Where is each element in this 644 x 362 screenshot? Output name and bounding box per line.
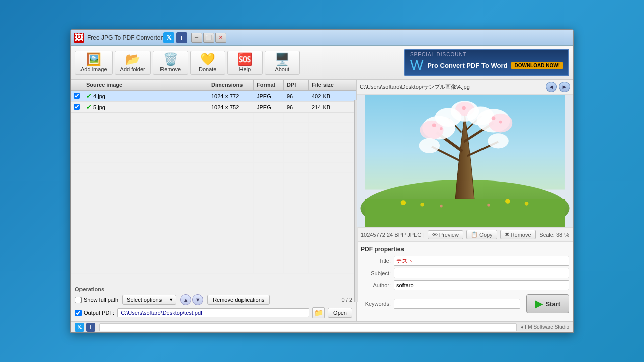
browse-folder-button[interactable]: 📁 bbox=[312, 307, 325, 318]
preview-path-bar: C:\Users\softaro\Desktop\サンプル画像\4.jpg ◄ … bbox=[357, 80, 573, 95]
empty-row bbox=[71, 133, 356, 143]
row-filesize: 214 KB bbox=[309, 103, 344, 112]
copy-icon: 📋 bbox=[471, 231, 478, 238]
move-down-button[interactable]: ▼ bbox=[192, 294, 203, 305]
author-prop-input[interactable] bbox=[394, 280, 569, 290]
help-button[interactable]: 🆘 Help bbox=[227, 51, 263, 75]
empty-row bbox=[71, 153, 356, 163]
remove-duplications-button[interactable]: Remove duplications bbox=[207, 295, 270, 305]
svg-point-28 bbox=[440, 205, 443, 208]
start-label: Start bbox=[545, 300, 560, 308]
ad-special-text: Special discount bbox=[410, 52, 467, 57]
author-prop-row: Author: bbox=[361, 280, 569, 290]
toolbar: 🖼️ Add image 📂 Add folder 🗑️ Remove 💛 Do… bbox=[71, 46, 573, 80]
col-dpi: DPI bbox=[284, 80, 309, 90]
subject-prop-input[interactable] bbox=[394, 268, 569, 278]
add-image-button[interactable]: 🖼️ Add image bbox=[75, 51, 113, 75]
ad-main-area: W Pro Convert PDF To Word DOWNLOAD NOW! bbox=[410, 57, 563, 73]
help-label: Help bbox=[239, 66, 251, 72]
preview-path-text: C:\Users\softaro\Desktop\サンプル画像\4.jpg bbox=[360, 83, 544, 91]
svg-point-21 bbox=[492, 116, 496, 120]
ad-word-icon: W bbox=[410, 57, 423, 73]
title-prop-input[interactable] bbox=[394, 256, 569, 266]
select-options-button[interactable]: Select options ▼ bbox=[122, 295, 176, 305]
col-source: Source image bbox=[83, 80, 208, 90]
svg-point-24 bbox=[401, 200, 406, 205]
facebook-status-button[interactable]: f bbox=[86, 323, 95, 332]
show-path-checkbox[interactable] bbox=[75, 297, 82, 303]
row-dimensions: 1024 × 752 bbox=[208, 103, 254, 112]
image-info-bar: 10245772 24 BPP JPEG | 👁 Preview 📋 Copy … bbox=[357, 227, 573, 242]
output-path-display[interactable]: C:\Users\softaro\Desktop\test.pdf bbox=[117, 308, 309, 317]
twitter-button[interactable]: 𝕏 bbox=[163, 32, 174, 43]
copy-button[interactable]: 📋 Copy bbox=[466, 230, 497, 239]
main-area: Source image Dimensions Format DPI File … bbox=[71, 80, 573, 321]
facebook-button[interactable]: f bbox=[176, 32, 187, 43]
subject-prop-label: Subject: bbox=[361, 270, 391, 276]
start-button[interactable]: ▶ Start bbox=[526, 294, 569, 313]
preview-button[interactable]: 👁 Preview bbox=[428, 230, 463, 239]
preview-image-svg bbox=[357, 95, 573, 227]
row-dpi: 96 bbox=[284, 92, 309, 101]
svg-point-23 bbox=[462, 106, 466, 110]
open-button[interactable]: Open bbox=[328, 308, 352, 318]
empty-row bbox=[71, 263, 356, 274]
select-options-label: Select options bbox=[123, 295, 166, 304]
table-row[interactable]: ✔ 5.jpg 1024 × 752 JPEG 96 214 KB bbox=[71, 102, 356, 113]
ad-banner[interactable]: Special discount W Pro Convert PDF To Wo… bbox=[404, 49, 569, 76]
show-path-checkbox-label[interactable]: Show full path bbox=[75, 297, 118, 303]
ad-download-label: DOWNLOAD NOW! bbox=[511, 62, 563, 69]
svg-point-27 bbox=[525, 202, 529, 206]
svg-point-18 bbox=[488, 133, 508, 148]
select-options-arrow-icon[interactable]: ▼ bbox=[166, 296, 176, 304]
status-bar: 𝕏 f ♦ FM Software Studio bbox=[71, 321, 573, 332]
close-button[interactable]: ✕ bbox=[215, 33, 226, 43]
show-path-label: Show full path bbox=[84, 297, 118, 303]
minimize-button[interactable]: ─ bbox=[191, 33, 202, 43]
remove-button[interactable]: 🗑️ Remove bbox=[153, 51, 188, 75]
about-button[interactable]: 🖥️ About bbox=[265, 51, 300, 75]
col-dimensions: Dimensions bbox=[208, 80, 254, 90]
row-format: JPEG bbox=[254, 92, 284, 101]
output-pdf-checkbox[interactable] bbox=[75, 310, 82, 316]
maximize-button[interactable]: ⬜ bbox=[203, 33, 214, 43]
empty-row bbox=[71, 223, 356, 233]
keywords-prop-input[interactable] bbox=[394, 299, 520, 309]
navigation-buttons: ▲ ▼ bbox=[180, 294, 203, 305]
row-dpi: 96 bbox=[284, 103, 309, 112]
title-socials: 𝕏 f bbox=[163, 32, 187, 43]
donate-icon: 💛 bbox=[200, 53, 215, 65]
preview-label: Preview bbox=[439, 232, 459, 238]
fm-credit: ♦ FM Software Studio bbox=[521, 324, 569, 330]
table-row[interactable]: ✔ 4.jpg 1024 × 772 JPEG 96 402 KB bbox=[71, 90, 356, 102]
empty-row bbox=[71, 253, 356, 263]
keywords-prop-label: Keywords: bbox=[361, 301, 391, 307]
operations-row1: Show full path Select options ▼ ▲ ▼ Remo… bbox=[75, 294, 352, 305]
operations-row2: Output PDF: C:\Users\softaro\Desktop\tes… bbox=[75, 307, 352, 318]
file-count-label: 0 / 2 bbox=[342, 297, 352, 303]
right-panel: C:\Users\softaro\Desktop\サンプル画像\4.jpg ◄ … bbox=[357, 80, 573, 321]
row-checkbox[interactable] bbox=[71, 91, 83, 101]
prev-image-button[interactable]: ◄ bbox=[546, 82, 557, 92]
row-format: JPEG bbox=[254, 103, 284, 112]
add-folder-button[interactable]: 📂 Add folder bbox=[115, 51, 151, 75]
add-image-label: Add image bbox=[80, 66, 107, 72]
operations-title: Operations bbox=[75, 286, 352, 292]
window-controls: ─ ⬜ ✕ bbox=[191, 33, 226, 43]
ad-main-label: Pro Convert PDF To Word bbox=[427, 62, 507, 69]
subject-prop-row: Subject: bbox=[361, 268, 569, 278]
next-image-button[interactable]: ► bbox=[559, 82, 570, 92]
col-filesize: File size bbox=[309, 80, 344, 90]
move-up-button[interactable]: ▲ bbox=[180, 294, 191, 305]
help-icon: 🆘 bbox=[237, 53, 253, 65]
svg-point-25 bbox=[420, 203, 424, 207]
svg-point-19 bbox=[432, 124, 436, 128]
donate-button[interactable]: 💛 Donate bbox=[190, 51, 225, 75]
title-prop-label: Title: bbox=[361, 258, 391, 264]
twitter-status-button[interactable]: 𝕏 bbox=[75, 323, 84, 332]
svg-point-17 bbox=[419, 138, 440, 153]
remove-image-button[interactable]: ✖ Remove bbox=[500, 230, 536, 239]
about-icon: 🖥️ bbox=[275, 53, 290, 65]
row-checkbox[interactable] bbox=[71, 102, 83, 112]
output-pdf-checkbox-label[interactable]: Output PDF: bbox=[75, 310, 114, 316]
